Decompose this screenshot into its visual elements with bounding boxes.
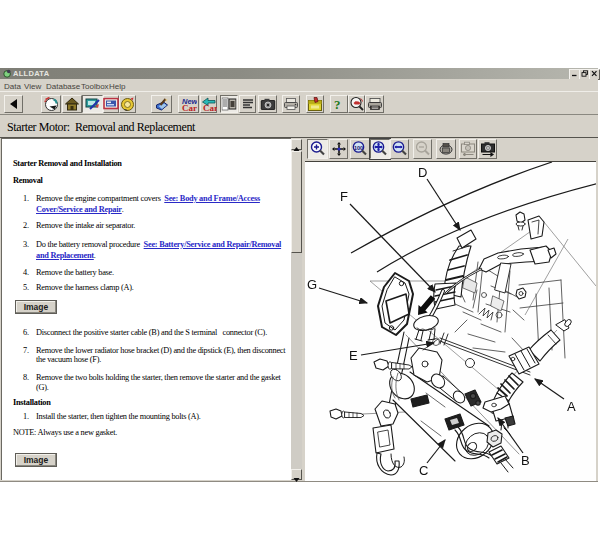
svg-text:?: ? <box>334 97 341 111</box>
svg-text:Car: Car <box>203 103 217 112</box>
svg-text:100: 100 <box>354 145 363 151</box>
svg-text:Car: Car <box>182 103 197 112</box>
